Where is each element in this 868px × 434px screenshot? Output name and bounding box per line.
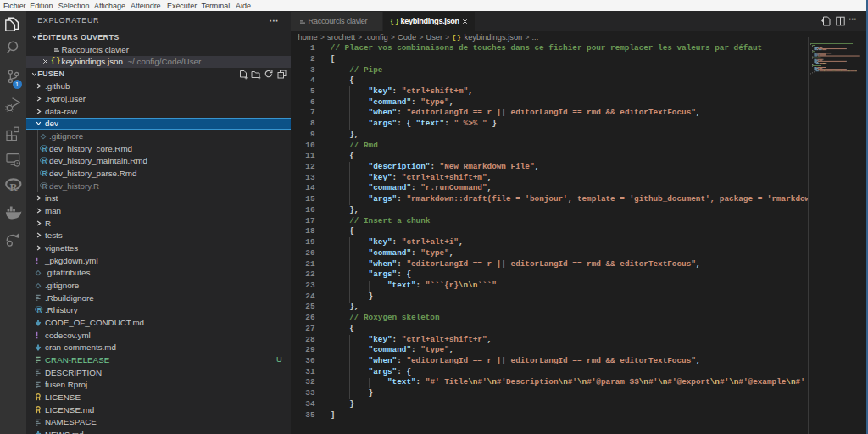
svg-text:R: R: [42, 158, 47, 165]
svg-text:R: R: [42, 170, 47, 177]
svg-text:R: R: [42, 182, 47, 190]
svg-text:R: R: [9, 181, 18, 193]
svg-text:R: R: [36, 306, 42, 314]
svg-text:R: R: [42, 145, 47, 153]
